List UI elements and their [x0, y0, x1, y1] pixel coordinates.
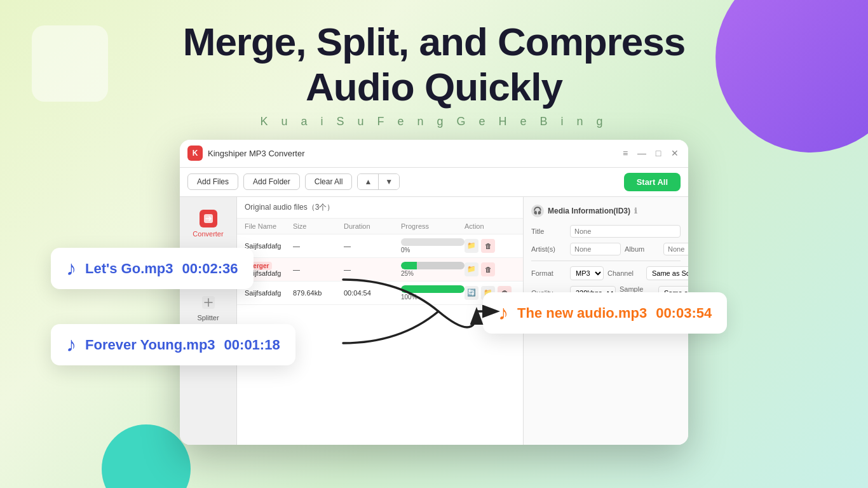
- col-filename: File Name: [245, 222, 293, 230]
- channel-select[interactable]: Same as Source: [646, 266, 688, 280]
- app-logo: K: [187, 146, 203, 161]
- maximize-icon[interactable]: □: [653, 148, 664, 158]
- order-buttons: ▲ ▼: [357, 173, 400, 190]
- float-card-input1: ♪ Let's Go.mp3 00:02:36: [51, 248, 254, 289]
- float-filename-1: Let's Go.mp3: [85, 261, 173, 277]
- file-name-3: Saijfsafdafg: [245, 289, 293, 297]
- move-down-button[interactable]: ▼: [378, 174, 399, 189]
- col-size: Size: [293, 222, 344, 230]
- channel-label: Channel: [607, 269, 642, 277]
- clear-all-button[interactable]: Clear All: [305, 173, 353, 190]
- divider-1: [531, 261, 681, 261]
- float-duration-2: 00:01:18: [224, 337, 280, 353]
- format-row: Format MP3 Channel Same as Source: [531, 266, 681, 280]
- converter-icon: [198, 208, 219, 229]
- float-duration-output: 00:03:54: [656, 305, 712, 322]
- sidebar: Converter Merger: [180, 197, 237, 445]
- col-duration: Duration: [344, 222, 401, 230]
- headphones-icon: 🎧: [531, 205, 544, 217]
- format-select[interactable]: MP3: [570, 266, 604, 280]
- merge-arrow: [324, 248, 502, 375]
- float-filename-2: Forever Young.mp3: [85, 337, 215, 353]
- converter-label: Converter: [193, 230, 223, 238]
- sidebar-item-converter[interactable]: Converter: [180, 203, 236, 243]
- menu-icon[interactable]: ≡: [620, 148, 631, 158]
- minimize-icon[interactable]: —: [636, 148, 648, 158]
- window-controls: ≡ — □ ✕: [620, 148, 681, 158]
- add-files-button[interactable]: Add Files: [187, 173, 238, 190]
- float-card-input2: ♪ Forever Young.mp3 00:01:18: [51, 324, 295, 365]
- title-bar: K Kingshiper MP3 Converter ≡ — □ ✕: [180, 140, 688, 168]
- close-icon[interactable]: ✕: [669, 148, 681, 158]
- title-label: Title: [531, 227, 566, 235]
- float-duration-1: 00:02:36: [182, 261, 238, 277]
- toolbar: Add Files Add Folder Clear All ▲ ▼ Start…: [180, 168, 688, 197]
- title-input[interactable]: [570, 225, 681, 238]
- right-panel-header: 🎧 Media Information(ID3) ℹ: [531, 205, 681, 217]
- file-table-header: File Name Size Duration Progress Action: [237, 219, 523, 234]
- move-up-button[interactable]: ▲: [358, 174, 378, 189]
- info-icon: ℹ: [634, 207, 637, 215]
- artists-row: Artist(s) Album: [531, 243, 681, 255]
- splitter-label: Splitter: [197, 314, 219, 322]
- music-note-icon-2: ♪: [66, 333, 76, 356]
- artists-label: Artist(s): [531, 245, 566, 253]
- artists-input[interactable]: [570, 243, 621, 255]
- splitter-icon: [198, 292, 219, 313]
- float-filename-output: The new audio.mp3: [517, 305, 647, 322]
- col-action: Action: [465, 222, 515, 230]
- album-input[interactable]: [663, 243, 688, 255]
- sidebar-item-splitter[interactable]: Splitter: [180, 287, 236, 327]
- float-card-output: ♪ The new audio.mp3 00:03:54: [483, 292, 727, 334]
- subtitle: K u a i S u F e n g G e H e B i n g: [260, 115, 607, 128]
- main-title: Merge, Split, and Compress Audio Quickly: [183, 19, 686, 110]
- start-all-button[interactable]: Start All: [624, 173, 681, 191]
- music-note-icon-1: ♪: [66, 257, 76, 280]
- file-name-1: Saijfsafdafg: [245, 242, 293, 250]
- page-container: Merge, Split, and Compress Audio Quickly…: [0, 0, 868, 445]
- file-list-header: Original audio files（3个）: [237, 197, 523, 219]
- add-folder-button[interactable]: Add Folder: [243, 173, 300, 190]
- album-label: Album: [625, 245, 660, 253]
- app-title: Kingshiper MP3 Converter: [208, 149, 620, 158]
- title-row: Title: [531, 225, 681, 238]
- format-label: Format: [531, 269, 566, 277]
- col-progress: Progress: [401, 222, 465, 230]
